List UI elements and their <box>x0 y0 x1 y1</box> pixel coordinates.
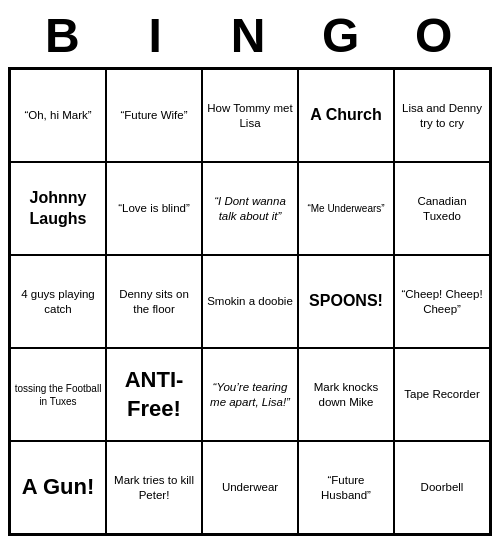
bingo-cell-8: “Me Underwears” <box>298 162 394 255</box>
bingo-cell-3: A Church <box>298 69 394 162</box>
bingo-cell-10: 4 guys playing catch <box>10 255 106 348</box>
bingo-cell-24: Doorbell <box>394 441 490 534</box>
bingo-cell-9: Canadian Tuxedo <box>394 162 490 255</box>
bingo-cell-0: “Oh, hi Mark” <box>10 69 106 162</box>
bingo-cell-20: A Gun! <box>10 441 106 534</box>
bingo-cell-15: tossing the Football in Tuxes <box>10 348 106 441</box>
bingo-cell-1: “Future Wife” <box>106 69 202 162</box>
bingo-title: B I N G O <box>8 8 492 63</box>
bingo-cell-5: Johnny Laughs <box>10 162 106 255</box>
title-b: B <box>18 8 111 63</box>
bingo-grid: “Oh, hi Mark”“Future Wife”How Tommy met … <box>8 67 492 536</box>
title-i: I <box>111 8 204 63</box>
bingo-cell-11: Denny sits on the floor <box>106 255 202 348</box>
bingo-cell-4: Lisa and Denny try to cry <box>394 69 490 162</box>
bingo-cell-17: “You’re tearing me apart, Lisa!” <box>202 348 298 441</box>
title-g: G <box>296 8 389 63</box>
bingo-cell-14: “Cheep! Cheep! Cheep” <box>394 255 490 348</box>
bingo-cell-16: ANTI-Free! <box>106 348 202 441</box>
bingo-cell-21: Mark tries to kill Peter! <box>106 441 202 534</box>
title-n: N <box>204 8 297 63</box>
bingo-cell-6: “Love is blind” <box>106 162 202 255</box>
bingo-cell-22: Underwear <box>202 441 298 534</box>
bingo-cell-19: Tape Recorder <box>394 348 490 441</box>
bingo-cell-7: “I Dont wanna talk about it” <box>202 162 298 255</box>
bingo-cell-12: Smokin a doobie <box>202 255 298 348</box>
bingo-cell-18: Mark knocks down Mike <box>298 348 394 441</box>
bingo-cell-13: SPOONS! <box>298 255 394 348</box>
title-o: O <box>389 8 482 63</box>
bingo-cell-23: “Future Husband” <box>298 441 394 534</box>
bingo-cell-2: How Tommy met Lisa <box>202 69 298 162</box>
